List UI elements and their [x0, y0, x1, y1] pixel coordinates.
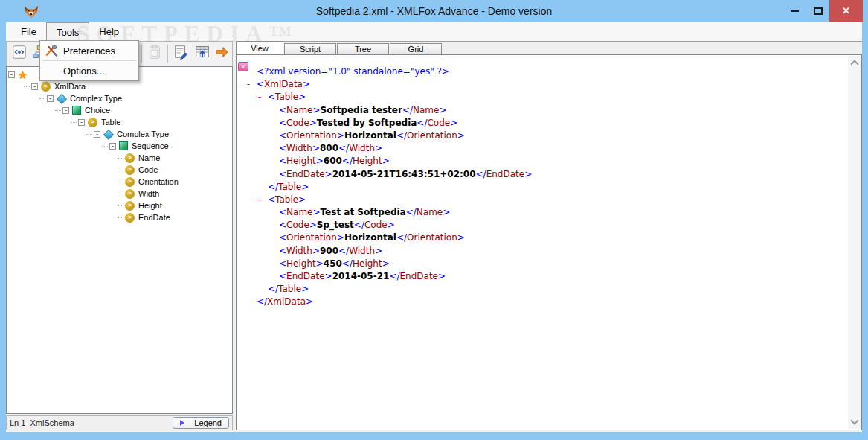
xml-bracket: >: [312, 207, 320, 217]
collapse-marker[interactable]: -: [258, 91, 268, 103]
vertical-scrollbar[interactable]: [848, 56, 861, 429]
xml-tag-name: Name: [286, 207, 312, 217]
menu-help[interactable]: Help: [89, 22, 129, 41]
tree-node-choice[interactable]: -Choice: [7, 104, 232, 116]
tab-tree[interactable]: Tree: [337, 43, 389, 54]
tools-dropdown-menu: PreferencesOptions...: [39, 40, 139, 81]
marker-spacer: [269, 219, 279, 232]
tab-grid[interactable]: Grid: [390, 43, 442, 54]
panel-close-button[interactable]: x: [238, 62, 248, 71]
legend-button[interactable]: Legend: [173, 417, 229, 429]
xml-bracket: </: [396, 232, 407, 243]
xml-value: Softpedia tester: [321, 105, 402, 115]
tree-node-enddate[interactable]: EndDate: [7, 211, 232, 223]
tree-node-width[interactable]: Width: [7, 188, 232, 200]
scroll-up-button[interactable]: [848, 56, 861, 68]
xml-bracket: </: [396, 130, 407, 141]
element-icon: [41, 82, 51, 92]
element-icon: [125, 201, 135, 211]
marker-spacer: [269, 168, 279, 181]
xml-value: Horizontal: [344, 130, 396, 141]
xml-tag-name: Orientation: [286, 130, 337, 141]
xml-bracket: >: [298, 194, 306, 205]
marker-spacer: [269, 245, 279, 258]
paste-icon: [147, 44, 163, 63]
tree-node-name[interactable]: Name: [7, 152, 232, 164]
xml-bracket: </: [389, 271, 399, 281]
window-title: Softpedia 2.xml - XMLFox Advance - Demo …: [0, 0, 868, 22]
tree-connector: [118, 217, 123, 218]
collapse-marker[interactable]: -: [247, 78, 257, 91]
tree-node-label: Width: [138, 189, 159, 198]
menu-tools[interactable]: Tools: [46, 22, 89, 41]
xml-tag-name: XmlData: [267, 296, 306, 307]
tree-node-table[interactable]: -Table: [7, 116, 232, 128]
tree-node-sequence[interactable]: -Sequence: [7, 140, 232, 152]
expander-icon[interactable]: -: [78, 119, 85, 126]
minimize-button[interactable]: [783, 0, 806, 22]
menu-item-options[interactable]: Options...: [40, 62, 138, 80]
collapse-marker[interactable]: -: [258, 194, 268, 206]
app-body: FileToolsHelp SOFTPEDIA™ x --XmlData-Com…: [6, 22, 862, 432]
tab-bar: ViewScriptTreeGrid: [236, 41, 862, 54]
xml-document-button[interactable]: [10, 44, 29, 63]
tree-connector: [39, 98, 45, 99]
menu-file[interactable]: File: [11, 22, 46, 41]
expander-icon[interactable]: -: [94, 131, 100, 138]
tab-view[interactable]: View: [236, 41, 283, 54]
choice-icon: [72, 106, 81, 115]
xml-bracket: >: [337, 130, 344, 141]
xml-line: </XmlData>: [237, 296, 848, 308]
xml-tag-name: Name: [417, 207, 443, 217]
tree-node-height[interactable]: Height: [7, 200, 232, 211]
maximize-button[interactable]: [806, 0, 829, 22]
tree-node-label: Height: [138, 201, 162, 210]
xml-tag-name: Orientation: [407, 232, 457, 243]
xml-bracket: <: [279, 271, 286, 281]
properties-button[interactable]: [171, 44, 190, 63]
tree-node-xmldata[interactable]: -XmlData: [7, 80, 232, 92]
tree-node-complex-type[interactable]: -Complex Type: [7, 92, 232, 104]
tab-script[interactable]: Script: [284, 43, 336, 54]
xml-tag-name: Height: [286, 156, 316, 166]
xml-value: 2014-05-21: [332, 271, 390, 281]
xml-value: 800: [320, 143, 338, 153]
expander-icon[interactable]: -: [109, 143, 116, 150]
expander-icon[interactable]: -: [47, 95, 54, 102]
xml-bracket: <: [279, 143, 286, 153]
xml-tag-name: Table: [278, 284, 301, 294]
menu-item-preferences[interactable]: Preferences: [40, 42, 138, 60]
xml-bracket: >: [524, 169, 532, 179]
export-table-button[interactable]: [193, 44, 212, 63]
close-button[interactable]: ✕: [829, 0, 863, 22]
expander-icon[interactable]: -: [8, 71, 15, 78]
xml-bracket: >: [439, 105, 446, 115]
tree-node-code[interactable]: Code: [7, 164, 232, 176]
toolbar-separator: [167, 45, 168, 63]
xml-bracket: >: [312, 105, 320, 115]
tree-node-label: Sequence: [132, 141, 169, 150]
complex-type-icon: [103, 130, 113, 139]
xml-bracket: </: [257, 296, 267, 307]
scroll-down-button[interactable]: [848, 416, 861, 429]
xml-bracket: >: [457, 232, 465, 243]
marker-spacer: [269, 142, 279, 155]
xml-bracket: >: [375, 246, 382, 256]
marker-spacer: [269, 130, 279, 142]
xml-bracket: </: [417, 118, 427, 128]
element-icon: [125, 213, 135, 223]
xml-bracket: <: [279, 118, 286, 128]
tree-node-label: EndDate: [138, 213, 170, 222]
expander-icon[interactable]: -: [31, 83, 38, 90]
expander-icon[interactable]: -: [62, 107, 69, 114]
export-table-icon: [194, 44, 210, 63]
xml-bracket: <: [257, 79, 264, 89]
xml-bracket: <: [279, 169, 286, 179]
forward-button[interactable]: [212, 44, 231, 63]
xml-bracket: <: [279, 130, 286, 141]
tree-connector: [86, 134, 92, 135]
tree-node-orientation[interactable]: Orientation: [7, 176, 232, 188]
tree-node-complex-type[interactable]: -Complex Type: [7, 128, 232, 140]
close-icon: ✕: [842, 5, 850, 16]
xml-value: Tested by Softpedia: [317, 118, 417, 128]
